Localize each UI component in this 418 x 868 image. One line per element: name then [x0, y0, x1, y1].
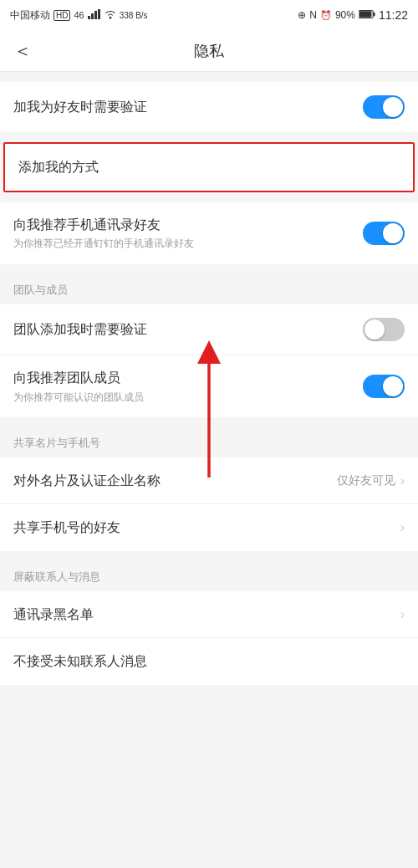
- time-label: 11:22: [379, 8, 408, 22]
- svg-rect-0: [88, 16, 90, 19]
- section-header-team-section: 团队与成员: [0, 274, 418, 304]
- section-header-share-section: 共享名片与手机号: [0, 427, 418, 457]
- back-button[interactable]: ＜: [13, 38, 32, 64]
- battery-percent: 90%: [335, 9, 355, 21]
- settings-group-recommend: 向我推荐手机通讯录好友为你推荐已经开通钉钉的手机通讯录好友: [0, 202, 418, 264]
- settings-item-recommend-team[interactable]: 向我推荐团队成员为你推荐可能认识的团队成员: [0, 355, 418, 417]
- item-title-share-phone: 共享手机号的好友: [13, 520, 120, 534]
- item-left-recommend-contacts: 向我推荐手机通讯录好友为你推荐已经开通钉钉的手机通讯录好友: [13, 216, 363, 251]
- item-title-recommend-team: 向我推荐团队成员: [13, 370, 120, 385]
- bt-icon: ⊕: [298, 9, 306, 21]
- page-title: 隐私: [194, 41, 224, 61]
- item-left-recommend-team: 向我推荐团队成员为你推荐可能认识的团队成员: [13, 369, 363, 404]
- item-subtitle-recommend-contacts: 为你推荐已经开通钉钉的手机通讯录好友: [13, 237, 363, 251]
- toggle-knob-recommend-contacts: [383, 223, 403, 243]
- signal-label: 46: [74, 10, 84, 20]
- settings-group-add-methods: 添加我的方式: [3, 142, 415, 192]
- toggle-knob-verify-add: [383, 97, 403, 117]
- settings-item-no-unknown: 不接受未知联系人消息: [0, 638, 418, 685]
- item-title-recommend-contacts: 向我推荐手机通讯录好友: [13, 217, 161, 232]
- hd-badge: HD: [54, 10, 70, 21]
- settings-group-share-section: 对外名片及认证企业名称仅好友可见›共享手机号的好友›: [0, 457, 418, 551]
- settings-item-business-card[interactable]: 对外名片及认证企业名称仅好友可见›: [0, 457, 418, 504]
- item-left-share-phone: 共享手机号的好友: [13, 518, 400, 537]
- toggle-recommend-team[interactable]: [363, 375, 405, 398]
- status-left: 中国移动 HD 46 338 B/s: [10, 8, 148, 23]
- clock-icon: ⏰: [320, 10, 332, 21]
- wifi-icon: [104, 9, 116, 22]
- item-title-business-card: 对外名片及认证企业名称: [13, 473, 161, 488]
- svg-rect-6: [373, 12, 375, 16]
- section-header-block-section: 屏蔽联系人与消息: [0, 561, 418, 591]
- item-title-add-methods-title: 添加我的方式: [18, 160, 99, 174]
- chevron-icon-business-card: ›: [400, 473, 405, 488]
- signal-icon: [88, 9, 101, 22]
- toggle-verify-add[interactable]: [363, 95, 405, 119]
- item-left-verify-add: 加我为好友时需要验证: [13, 98, 363, 116]
- settings-item-recommend-contacts[interactable]: 向我推荐手机通讯录好友为你推荐已经开通钉钉的手机通讯录好友: [0, 202, 418, 264]
- nfc-icon: N: [309, 9, 317, 21]
- item-right-verify-add: [363, 95, 405, 119]
- toggle-team-verify[interactable]: [363, 318, 405, 341]
- chevron-icon-blacklist: ›: [400, 607, 405, 622]
- toggle-knob-team-verify: [364, 319, 385, 340]
- item-left-no-unknown: 不接受未知联系人消息: [13, 652, 405, 671]
- nav-bar: ＜ 隐私: [0, 30, 418, 72]
- settings-item-team-verify[interactable]: 团队添加我时需要验证: [0, 304, 418, 355]
- item-title-verify-add: 加我为好友时需要验证: [13, 100, 147, 114]
- item-left-add-methods-title: 添加我的方式: [18, 158, 400, 176]
- item-left-blacklist: 通讯录黑名单: [13, 605, 400, 624]
- status-right: ⊕ N ⏰ 90% 11:22: [298, 8, 408, 22]
- item-right-share-phone: ›: [400, 520, 405, 535]
- status-bar: 中国移动 HD 46 338 B/s ⊕ N ⏰ 90% 11:22: [0, 0, 418, 30]
- item-left-team-verify: 团队添加我时需要验证: [13, 320, 363, 339]
- item-right-blacklist: ›: [400, 607, 405, 622]
- item-title-blacklist: 通讯录黑名单: [13, 607, 94, 621]
- svg-rect-1: [91, 13, 94, 19]
- toggle-recommend-contacts[interactable]: [363, 222, 405, 245]
- chevron-icon-share-phone: ›: [400, 520, 405, 535]
- settings-item-blacklist[interactable]: 通讯录黑名单›: [0, 591, 418, 638]
- battery-icon: [359, 9, 375, 22]
- settings-item-verify-add[interactable]: 加我为好友时需要验证: [0, 82, 418, 132]
- item-right-business-card: 仅好友可见›: [337, 473, 405, 488]
- settings-group-block-section: 通讯录黑名单›不接受未知联系人消息: [0, 591, 418, 685]
- settings-group-friends: 加我为好友时需要验证: [0, 82, 418, 132]
- settings-item-add-methods-title: 添加我的方式: [5, 144, 413, 191]
- settings-group-team-section: 团队添加我时需要验证向我推荐团队成员为你推荐可能认识的团队成员: [0, 304, 418, 417]
- item-left-business-card: 对外名片及认证企业名称: [13, 472, 337, 490]
- item-title-no-unknown: 不接受未知联系人消息: [13, 654, 147, 668]
- svg-point-4: [109, 16, 111, 18]
- item-title-team-verify: 团队添加我时需要验证: [13, 322, 147, 336]
- settings-item-share-phone[interactable]: 共享手机号的好友›: [0, 504, 418, 551]
- item-right-team-verify: [363, 318, 405, 341]
- toggle-knob-recommend-team: [383, 376, 403, 396]
- item-value-business-card: 仅好友可见: [337, 473, 395, 488]
- svg-rect-7: [359, 11, 372, 17]
- svg-rect-3: [98, 9, 100, 19]
- item-right-recommend-contacts: [363, 222, 405, 245]
- svg-rect-2: [94, 11, 97, 19]
- carrier-label: 中国移动: [10, 8, 50, 23]
- item-subtitle-recommend-team: 为你推荐可能认识的团队成员: [13, 391, 363, 405]
- item-right-recommend-team: [363, 375, 405, 398]
- settings-content: 加我为好友时需要验证添加我的方式向我推荐手机通讯录好友为你推荐已经开通钉钉的手机…: [0, 72, 418, 685]
- speed-label: 338 B/s: [120, 11, 148, 20]
